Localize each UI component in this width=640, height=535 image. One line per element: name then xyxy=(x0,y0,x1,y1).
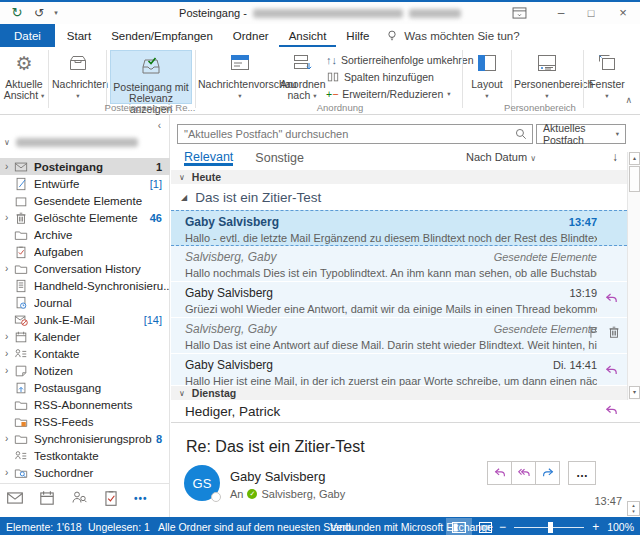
message-preview-button[interactable]: Nachrichtenvorschau ▾ xyxy=(198,50,282,104)
chevron-right-icon[interactable]: › xyxy=(5,433,14,444)
tab-ansicht[interactable]: Ansicht xyxy=(279,24,337,47)
show-focused-inbox-button[interactable]: Posteingang mit Relevanz anzeigen xyxy=(110,50,192,104)
search-icon[interactable] xyxy=(514,127,528,141)
message-row[interactable]: Hediger, Patrick xyxy=(171,401,627,422)
tab-sonstige[interactable]: Sonstige xyxy=(255,151,304,165)
chevron-right-icon[interactable]: › xyxy=(5,365,14,376)
undo-icon[interactable]: ↺ xyxy=(30,2,48,24)
qat-customize-caret-icon[interactable]: ▾ xyxy=(50,2,62,24)
tab-start[interactable]: Start xyxy=(57,24,101,47)
ribbon-display-options-icon[interactable] xyxy=(512,2,538,24)
message-row[interactable]: Gaby Salvisberg 13:47 Hallo - evtl. die … xyxy=(171,210,627,246)
chevron-right-icon[interactable]: › xyxy=(5,467,14,478)
reading-pane-scroll-stepper[interactable]: ▴ ▾ xyxy=(627,501,640,516)
message-list-scrollbar[interactable]: ▴ ▾ xyxy=(627,152,640,400)
sender-name[interactable]: Gaby Salvisberg xyxy=(230,469,325,484)
expand-collapse-button[interactable]: +− Erweitern/Reduzieren ▾ xyxy=(326,87,451,101)
more-apps-ellipsis-icon[interactable]: ••• xyxy=(134,493,148,504)
scroll-up-icon[interactable]: ▴ xyxy=(629,152,640,165)
chevron-right-icon[interactable]: › xyxy=(5,263,14,274)
chevron-right-icon[interactable]: › xyxy=(5,348,14,359)
zoom-level[interactable]: 100% xyxy=(607,521,634,533)
sidebar-item-notizen[interactable]: › Notizen xyxy=(0,362,170,379)
message-row[interactable]: Gaby Salvisberg 13:19 Grüezi wohl Wieder… xyxy=(171,282,627,318)
sidebar-item-journal[interactable]: Journal xyxy=(0,294,170,311)
reply-button[interactable] xyxy=(488,462,511,484)
sidebar-item-kalender[interactable]: › Kalender xyxy=(0,328,170,345)
sidebar-item-rss-feeds[interactable]: RSS-Feeds xyxy=(0,413,170,430)
recipient-name[interactable]: Salvisberg, Gaby xyxy=(261,488,345,500)
sidebar-item-postausgang[interactable]: Postausgang xyxy=(0,379,170,396)
zoom-in-button[interactable]: + xyxy=(592,517,599,535)
group-header-heute[interactable]: ∨ Heute xyxy=(171,170,627,184)
scrollbar-thumb[interactable] xyxy=(629,166,640,192)
message-row[interactable]: Salvisberg, Gaby Gesendete Elemente Hall… xyxy=(171,318,627,354)
arrange-by-button[interactable]: Anordnen nach ▾ xyxy=(280,50,324,104)
message-row[interactable]: Salvisberg, Gaby Gesendete Elemente Hall… xyxy=(171,246,627,282)
sidebar-item-suchordner[interactable]: › Suchordner xyxy=(0,464,170,481)
chevron-right-icon[interactable]: › xyxy=(5,212,14,223)
window-button[interactable]: Fenster ▾ xyxy=(586,50,628,104)
send-receive-icon[interactable]: ↻ xyxy=(8,2,26,24)
message-row[interactable]: Gaby Salvisberg Di. 14:41 Hallo Hier ist… xyxy=(171,354,627,386)
zoom-out-button[interactable]: − xyxy=(499,517,506,535)
tab-hilfe[interactable]: Hilfe xyxy=(336,24,379,47)
chevron-right-icon[interactable]: › xyxy=(5,331,14,342)
sidebar-item-kontakte[interactable]: › Kontakte xyxy=(0,345,170,362)
reading-view-button[interactable] xyxy=(472,518,498,535)
search-scope-dropdown[interactable]: Aktuelles Postfach ▾ xyxy=(536,124,626,144)
minimize-button[interactable]: – xyxy=(548,2,574,24)
tasks-nav-icon[interactable] xyxy=(102,489,120,507)
collapse-ribbon-icon[interactable]: ∧ xyxy=(625,95,632,105)
tab-ordner[interactable]: Ordner xyxy=(223,24,279,47)
add-columns-button[interactable]: Spalten hinzufügen xyxy=(326,70,434,84)
chevron-right-icon[interactable]: › xyxy=(5,161,14,172)
mail-nav-icon[interactable] xyxy=(6,489,24,507)
sidebar-item-rss-abonnements[interactable]: RSS-Abonnements xyxy=(0,396,170,413)
scroll-down-icon[interactable]: ▾ xyxy=(629,386,640,399)
sidebar-item-gesendete-elemente[interactable]: Gesendete Elemente xyxy=(0,192,170,209)
sidebar-item-posteingang[interactable]: › Posteingang 1 xyxy=(0,158,170,175)
reply-all-button[interactable] xyxy=(511,462,535,484)
more-actions-button[interactable]: … xyxy=(568,461,596,485)
calendar-nav-icon[interactable] xyxy=(38,489,56,507)
sidebar-item-handheld-sync[interactable]: Handheld-Synchronisieru... xyxy=(0,277,170,294)
zoom-slider[interactable] xyxy=(514,527,584,528)
sidebar-item-aufgaben[interactable]: Aufgaben xyxy=(0,243,170,260)
sort-by-dropdown[interactable]: Nach Datum ∨ xyxy=(466,151,536,163)
people-nav-icon[interactable] xyxy=(70,489,88,507)
people-pane-button[interactable]: Personenbereich ▾ xyxy=(514,50,580,104)
normal-view-button[interactable] xyxy=(446,518,472,535)
sort-direction-icon[interactable]: ↓ xyxy=(612,150,618,164)
layout-button[interactable]: Layout ▾ xyxy=(466,50,508,104)
forward-button[interactable] xyxy=(535,462,559,484)
collapse-folder-pane-icon[interactable]: ‹ xyxy=(158,120,161,131)
search-input[interactable] xyxy=(177,124,533,144)
maximize-button[interactable]: □ xyxy=(578,2,604,24)
current-view-button[interactable]: ⚙ Aktuelle Ansicht ▾ xyxy=(2,50,46,104)
to-label: An xyxy=(230,488,243,500)
sidebar-item-conversation-history[interactable]: › Conversation History xyxy=(0,260,170,277)
group-header-dienstag[interactable]: ∨ Dienstag xyxy=(171,386,627,400)
messages-button[interactable]: Nachrichten ▾ xyxy=(52,50,104,104)
close-button[interactable]: × xyxy=(610,2,636,24)
conversation-expanded-icon[interactable]: ◢ xyxy=(181,193,187,202)
sidebar-item-junk-e-mail[interactable]: Junk-E-Mail [14] xyxy=(0,311,170,328)
reverse-sort-button[interactable]: ↑↓ Sortierreihenfolge umkehren xyxy=(326,53,474,67)
tab-senden-empfangen[interactable]: Senden/Empfangen xyxy=(101,24,223,47)
scroll-down-icon[interactable]: ▾ xyxy=(628,508,639,514)
sidebar-item-geloeschte-elemente[interactable]: › Gelöschte Elemente 46 xyxy=(0,209,170,226)
trash-icon[interactable] xyxy=(607,325,621,339)
account-row[interactable]: ∨ xyxy=(4,138,138,147)
conversation-header[interactable]: ◢ Das ist ein Zitier-Test xyxy=(171,185,627,209)
sidebar-item-archive[interactable]: Archive xyxy=(0,226,170,243)
flag-icon[interactable] xyxy=(587,325,601,339)
sidebar-item-sync-probleme[interactable]: › Synchronisierungsprobl... 8 xyxy=(0,430,170,447)
sidebar-item-entwuerfe[interactable]: Entwürfe [1] xyxy=(0,175,170,192)
tab-relevant[interactable]: Relevant xyxy=(184,150,233,166)
tell-me-box[interactable]: Was möchten Sie tun? xyxy=(385,24,519,47)
avatar[interactable]: GS xyxy=(184,465,220,501)
tab-datei[interactable]: Datei xyxy=(0,24,55,47)
zoom-slider-thumb[interactable] xyxy=(548,522,553,533)
sidebar-item-testkontakte[interactable]: Testkontakte xyxy=(0,447,170,464)
